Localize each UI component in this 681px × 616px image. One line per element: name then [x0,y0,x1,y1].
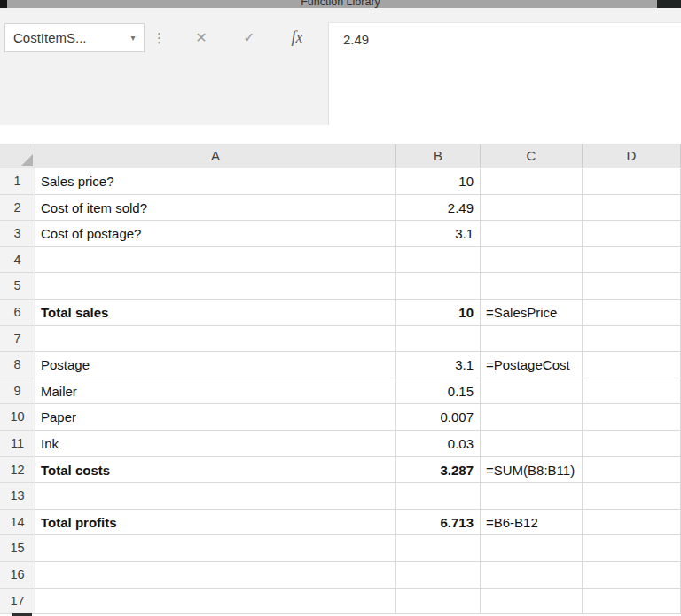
enter-button[interactable]: ✓ [231,23,268,52]
cell-B7[interactable] [396,326,481,353]
cell-C12[interactable]: =SUM(B8:B11) [481,457,583,484]
cell-A8[interactable]: Postage [35,352,396,378]
row-header-11[interactable]: 11 [0,431,35,457]
row-header-4[interactable]: 4 [0,247,35,274]
cell-D16[interactable] [583,562,681,589]
cell-A9[interactable]: Mailer [35,378,396,405]
cell-A3[interactable]: Cost of postage? [35,221,396,247]
cell-C14[interactable]: =B6-B12 [481,510,583,536]
cell-B5[interactable] [396,273,481,300]
row-header-13[interactable]: 13 [0,483,35,510]
cell-C5[interactable] [481,273,583,300]
row-header-3[interactable]: 3 [0,221,35,247]
cell-B16[interactable] [396,562,481,589]
worksheet-grid: A B C D 1Sales price?102Cost of item sol… [0,144,681,616]
cell-C9[interactable] [481,378,583,405]
cell-B17[interactable] [396,589,481,615]
cell-C15[interactable] [481,535,583,562]
cell-A6[interactable]: Total sales [35,300,396,326]
row-header-7[interactable]: 7 [0,326,35,353]
cell-D9[interactable] [583,378,681,405]
row-header-10[interactable]: 10 [0,404,35,431]
grid-row-17: 17 [0,589,681,615]
row-header-1[interactable]: 1 [0,168,35,195]
row-header-2[interactable]: 2 [0,195,35,222]
cell-B13[interactable] [396,483,481,510]
row-header-12[interactable]: 12 [0,457,35,484]
cell-C8[interactable]: =PostageCost [481,352,583,378]
cell-B9[interactable]: 0.15 [396,378,481,405]
name-box-dropdown-icon[interactable]: ▾ [122,33,144,43]
cell-A15[interactable] [35,535,396,562]
column-header-c[interactable]: C [481,144,583,168]
cell-B10[interactable]: 0.007 [396,404,481,431]
cell-B6[interactable]: 10 [396,300,481,326]
cell-B2[interactable]: 2.49 [396,195,481,222]
cell-A10[interactable]: Paper [35,404,396,431]
cell-C10[interactable] [481,404,583,431]
cell-A11[interactable]: Ink [35,431,396,457]
insert-function-button[interactable]: fx [278,23,316,52]
row-header-17[interactable]: 17 [0,589,35,615]
row-header-14[interactable]: 14 [0,510,35,536]
cell-D8[interactable] [583,352,681,378]
cell-D17[interactable] [583,589,681,615]
row-header-15[interactable]: 15 [0,535,35,562]
cell-A14[interactable]: Total profits [35,510,396,536]
row-header-8[interactable]: 8 [0,352,35,378]
cell-C2[interactable] [481,195,583,222]
select-all-button[interactable] [0,144,35,168]
row-header-9[interactable]: 9 [0,378,35,405]
cell-D7[interactable] [583,326,681,353]
cell-D4[interactable] [583,247,681,274]
cell-A13[interactable] [35,483,396,510]
cell-A7[interactable] [35,326,396,353]
cell-D11[interactable] [583,431,681,457]
cell-C4[interactable] [481,247,583,274]
cell-D14[interactable] [583,510,681,536]
cell-D5[interactable] [583,273,681,300]
row-header-5[interactable]: 5 [0,273,35,300]
cell-A17[interactable] [35,589,396,615]
cell-A2[interactable]: Cost of item sold? [35,195,396,222]
cell-A12[interactable]: Total costs [35,457,396,484]
cell-D1[interactable] [583,168,681,195]
cell-B4[interactable] [396,247,481,274]
cancel-button[interactable]: ✕ [183,23,220,52]
cell-C17[interactable] [481,589,583,615]
cell-B8[interactable]: 3.1 [396,352,481,378]
cell-C7[interactable] [481,326,583,353]
cell-D2[interactable] [583,195,681,222]
cell-C1[interactable] [481,168,583,195]
cell-A1[interactable]: Sales price? [35,168,396,195]
cell-D6[interactable] [583,300,681,326]
cell-D3[interactable] [583,221,681,247]
column-header-a[interactable]: A [35,144,396,168]
formula-input[interactable]: 2.49 [328,22,681,125]
grid-row-10: 10Paper0.007 [0,404,681,431]
cell-B15[interactable] [396,535,481,562]
column-header-b[interactable]: B [396,144,481,168]
cell-D10[interactable] [583,404,681,431]
column-header-d[interactable]: D [583,144,681,168]
cell-A5[interactable] [35,273,396,300]
cell-B12[interactable]: 3.287 [396,457,481,484]
cell-A16[interactable] [35,562,396,589]
name-box[interactable]: CostItemS... ▾ [4,23,145,52]
ribbon-group-label: Function Library [0,0,681,8]
cell-C3[interactable] [481,221,583,247]
cell-D13[interactable] [583,483,681,510]
cell-C6[interactable]: =SalesPrice [481,300,583,326]
cell-D15[interactable] [583,535,681,562]
cell-C16[interactable] [481,562,583,589]
cell-B14[interactable]: 6.713 [396,510,481,536]
row-header-6[interactable]: 6 [0,300,35,326]
cell-C13[interactable] [481,483,583,510]
cell-B3[interactable]: 3.1 [396,221,481,247]
cell-D12[interactable] [583,457,681,484]
cell-B1[interactable]: 10 [396,168,481,195]
cell-A4[interactable] [35,247,396,274]
cell-C11[interactable] [481,431,583,457]
cell-B11[interactable]: 0.03 [396,431,481,457]
row-header-16[interactable]: 16 [0,562,35,589]
